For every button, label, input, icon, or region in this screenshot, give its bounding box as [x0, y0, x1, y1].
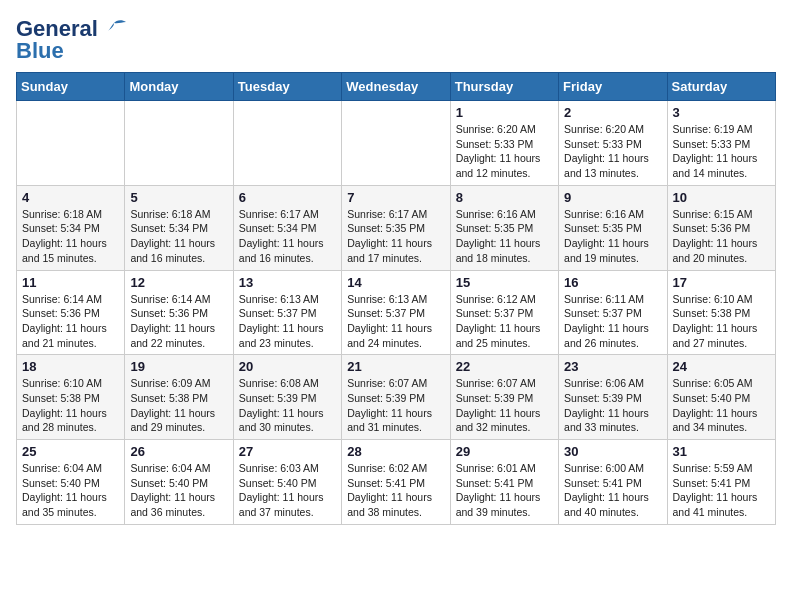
day-number: 16 — [564, 275, 661, 290]
day-number: 26 — [130, 444, 227, 459]
calendar-cell: 16Sunrise: 6:11 AM Sunset: 5:37 PM Dayli… — [559, 270, 667, 355]
calendar-cell: 18Sunrise: 6:10 AM Sunset: 5:38 PM Dayli… — [17, 355, 125, 440]
day-number: 9 — [564, 190, 661, 205]
day-number: 11 — [22, 275, 119, 290]
day-info: Sunrise: 6:04 AM Sunset: 5:40 PM Dayligh… — [130, 461, 227, 520]
day-number: 6 — [239, 190, 336, 205]
logo: General Blue — [16, 16, 128, 64]
day-number: 2 — [564, 105, 661, 120]
day-info: Sunrise: 6:06 AM Sunset: 5:39 PM Dayligh… — [564, 376, 661, 435]
calendar-cell: 2Sunrise: 6:20 AM Sunset: 5:33 PM Daylig… — [559, 101, 667, 186]
day-number: 23 — [564, 359, 661, 374]
calendar-cell: 20Sunrise: 6:08 AM Sunset: 5:39 PM Dayli… — [233, 355, 341, 440]
day-info: Sunrise: 6:13 AM Sunset: 5:37 PM Dayligh… — [239, 292, 336, 351]
day-number: 31 — [673, 444, 770, 459]
page-header: General Blue — [16, 16, 776, 64]
day-info: Sunrise: 6:18 AM Sunset: 5:34 PM Dayligh… — [22, 207, 119, 266]
calendar-cell: 30Sunrise: 6:00 AM Sunset: 5:41 PM Dayli… — [559, 440, 667, 525]
calendar-cell — [125, 101, 233, 186]
calendar-cell: 21Sunrise: 6:07 AM Sunset: 5:39 PM Dayli… — [342, 355, 450, 440]
day-number: 19 — [130, 359, 227, 374]
day-number: 7 — [347, 190, 444, 205]
day-info: Sunrise: 6:15 AM Sunset: 5:36 PM Dayligh… — [673, 207, 770, 266]
calendar-cell: 29Sunrise: 6:01 AM Sunset: 5:41 PM Dayli… — [450, 440, 558, 525]
day-info: Sunrise: 6:05 AM Sunset: 5:40 PM Dayligh… — [673, 376, 770, 435]
day-of-week-header: Saturday — [667, 73, 775, 101]
day-info: Sunrise: 6:00 AM Sunset: 5:41 PM Dayligh… — [564, 461, 661, 520]
day-info: Sunrise: 6:03 AM Sunset: 5:40 PM Dayligh… — [239, 461, 336, 520]
calendar-cell — [342, 101, 450, 186]
calendar-cell: 15Sunrise: 6:12 AM Sunset: 5:37 PM Dayli… — [450, 270, 558, 355]
day-info: Sunrise: 6:04 AM Sunset: 5:40 PM Dayligh… — [22, 461, 119, 520]
day-number: 25 — [22, 444, 119, 459]
calendar-cell: 31Sunrise: 5:59 AM Sunset: 5:41 PM Dayli… — [667, 440, 775, 525]
day-info: Sunrise: 6:16 AM Sunset: 5:35 PM Dayligh… — [564, 207, 661, 266]
logo-bird-icon — [100, 19, 128, 39]
day-info: Sunrise: 6:01 AM Sunset: 5:41 PM Dayligh… — [456, 461, 553, 520]
day-info: Sunrise: 6:20 AM Sunset: 5:33 PM Dayligh… — [564, 122, 661, 181]
calendar-cell: 25Sunrise: 6:04 AM Sunset: 5:40 PM Dayli… — [17, 440, 125, 525]
day-number: 20 — [239, 359, 336, 374]
calendar-cell: 6Sunrise: 6:17 AM Sunset: 5:34 PM Daylig… — [233, 185, 341, 270]
day-number: 30 — [564, 444, 661, 459]
calendar-cell: 27Sunrise: 6:03 AM Sunset: 5:40 PM Dayli… — [233, 440, 341, 525]
day-of-week-header: Monday — [125, 73, 233, 101]
day-number: 18 — [22, 359, 119, 374]
day-number: 3 — [673, 105, 770, 120]
calendar-cell: 23Sunrise: 6:06 AM Sunset: 5:39 PM Dayli… — [559, 355, 667, 440]
calendar-cell — [17, 101, 125, 186]
day-number: 15 — [456, 275, 553, 290]
calendar-cell: 24Sunrise: 6:05 AM Sunset: 5:40 PM Dayli… — [667, 355, 775, 440]
day-number: 27 — [239, 444, 336, 459]
day-number: 24 — [673, 359, 770, 374]
calendar-cell: 14Sunrise: 6:13 AM Sunset: 5:37 PM Dayli… — [342, 270, 450, 355]
day-number: 5 — [130, 190, 227, 205]
day-info: Sunrise: 6:14 AM Sunset: 5:36 PM Dayligh… — [130, 292, 227, 351]
calendar-cell: 19Sunrise: 6:09 AM Sunset: 5:38 PM Dayli… — [125, 355, 233, 440]
calendar-table: SundayMondayTuesdayWednesdayThursdayFrid… — [16, 72, 776, 525]
calendar-cell: 13Sunrise: 6:13 AM Sunset: 5:37 PM Dayli… — [233, 270, 341, 355]
day-info: Sunrise: 6:14 AM Sunset: 5:36 PM Dayligh… — [22, 292, 119, 351]
day-info: Sunrise: 6:07 AM Sunset: 5:39 PM Dayligh… — [456, 376, 553, 435]
day-info: Sunrise: 6:11 AM Sunset: 5:37 PM Dayligh… — [564, 292, 661, 351]
day-info: Sunrise: 6:10 AM Sunset: 5:38 PM Dayligh… — [673, 292, 770, 351]
day-info: Sunrise: 6:09 AM Sunset: 5:38 PM Dayligh… — [130, 376, 227, 435]
day-number: 8 — [456, 190, 553, 205]
calendar-cell: 1Sunrise: 6:20 AM Sunset: 5:33 PM Daylig… — [450, 101, 558, 186]
day-of-week-header: Tuesday — [233, 73, 341, 101]
day-number: 29 — [456, 444, 553, 459]
day-number: 4 — [22, 190, 119, 205]
day-number: 10 — [673, 190, 770, 205]
day-of-week-header: Sunday — [17, 73, 125, 101]
calendar-cell: 7Sunrise: 6:17 AM Sunset: 5:35 PM Daylig… — [342, 185, 450, 270]
calendar-cell: 3Sunrise: 6:19 AM Sunset: 5:33 PM Daylig… — [667, 101, 775, 186]
calendar-cell: 28Sunrise: 6:02 AM Sunset: 5:41 PM Dayli… — [342, 440, 450, 525]
day-number: 28 — [347, 444, 444, 459]
day-info: Sunrise: 6:12 AM Sunset: 5:37 PM Dayligh… — [456, 292, 553, 351]
day-info: Sunrise: 6:20 AM Sunset: 5:33 PM Dayligh… — [456, 122, 553, 181]
day-number: 21 — [347, 359, 444, 374]
calendar-cell: 5Sunrise: 6:18 AM Sunset: 5:34 PM Daylig… — [125, 185, 233, 270]
day-number: 1 — [456, 105, 553, 120]
day-info: Sunrise: 6:08 AM Sunset: 5:39 PM Dayligh… — [239, 376, 336, 435]
calendar-cell: 17Sunrise: 6:10 AM Sunset: 5:38 PM Dayli… — [667, 270, 775, 355]
day-number: 22 — [456, 359, 553, 374]
calendar-cell: 10Sunrise: 6:15 AM Sunset: 5:36 PM Dayli… — [667, 185, 775, 270]
day-info: Sunrise: 6:17 AM Sunset: 5:35 PM Dayligh… — [347, 207, 444, 266]
day-info: Sunrise: 6:17 AM Sunset: 5:34 PM Dayligh… — [239, 207, 336, 266]
day-info: Sunrise: 6:18 AM Sunset: 5:34 PM Dayligh… — [130, 207, 227, 266]
day-info: Sunrise: 6:10 AM Sunset: 5:38 PM Dayligh… — [22, 376, 119, 435]
day-number: 12 — [130, 275, 227, 290]
day-info: Sunrise: 6:19 AM Sunset: 5:33 PM Dayligh… — [673, 122, 770, 181]
day-of-week-header: Thursday — [450, 73, 558, 101]
day-number: 13 — [239, 275, 336, 290]
logo-text-blue: Blue — [16, 38, 64, 64]
calendar-cell: 9Sunrise: 6:16 AM Sunset: 5:35 PM Daylig… — [559, 185, 667, 270]
day-of-week-header: Wednesday — [342, 73, 450, 101]
calendar-cell: 11Sunrise: 6:14 AM Sunset: 5:36 PM Dayli… — [17, 270, 125, 355]
day-info: Sunrise: 6:02 AM Sunset: 5:41 PM Dayligh… — [347, 461, 444, 520]
day-info: Sunrise: 6:07 AM Sunset: 5:39 PM Dayligh… — [347, 376, 444, 435]
day-number: 14 — [347, 275, 444, 290]
calendar-cell: 4Sunrise: 6:18 AM Sunset: 5:34 PM Daylig… — [17, 185, 125, 270]
calendar-cell: 12Sunrise: 6:14 AM Sunset: 5:36 PM Dayli… — [125, 270, 233, 355]
